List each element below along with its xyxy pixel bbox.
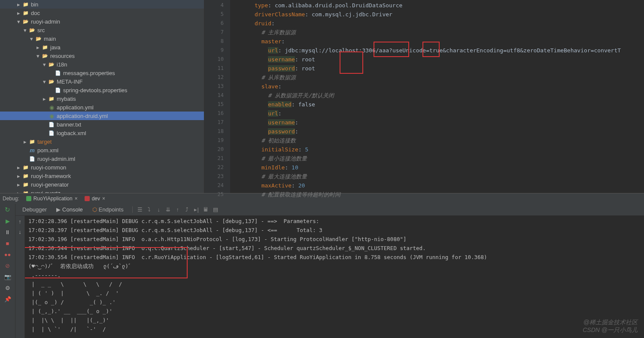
step-into-icon[interactable]: ↓ (155, 206, 163, 213)
code-line[interactable]: enabled: false (230, 100, 644, 109)
code-line[interactable]: # 从数据源开关/默认关闭 (230, 91, 644, 100)
tree-arrow-icon[interactable]: ▾ (36, 53, 42, 59)
tree-arrow-icon[interactable]: ▸ (43, 96, 48, 102)
code-line[interactable]: url: jdbc:mysql://localhost:3306/aaa?use… (230, 46, 644, 55)
editor-code-area[interactable]: type: com.alibaba.druid.pool.DruidDataSo… (230, 0, 644, 193)
tree-item-ruoyi-framework[interactable]: ▸ruoyi-framework (0, 172, 204, 180)
tree-arrow-icon[interactable]: ▾ (24, 27, 29, 33)
pin-icon[interactable]: 📌 (4, 296, 11, 302)
tree-item-i18n[interactable]: ▾i18n (0, 60, 204, 69)
tree-arrow-icon[interactable]: ▸ (17, 164, 22, 171)
drop-frame-icon[interactable]: ⤴ (183, 206, 191, 213)
tree-arrow-icon[interactable]: ▾ (17, 18, 22, 25)
code-line[interactable]: password: root (230, 64, 644, 73)
code-line[interactable]: # 最大连接池数量 (230, 172, 644, 181)
tree-item-application-druid-yml[interactable]: ◉application-druid.yml (0, 112, 204, 120)
code-editor[interactable]: 45678910111213141516171819202122232425 t… (204, 0, 644, 193)
view-breakpoints-icon[interactable]: ●● (4, 251, 11, 258)
tree-item-ruoyi-quartz[interactable]: ▸ruoyi-quartz (0, 189, 204, 193)
gutter-line[interactable]: 16 (204, 109, 224, 118)
tree-item-target[interactable]: ▸target (0, 137, 204, 146)
console-line[interactable]: | ( ' ) | \ _. / ' (28, 289, 641, 298)
step-over-icon[interactable]: ⤵ (146, 206, 153, 213)
code-line[interactable]: username: root (230, 55, 644, 64)
project-tree[interactable]: ▸bin▸doc▾ruoyi-admin▾src▾main▸java▾resou… (0, 0, 204, 193)
tree-item-src[interactable]: ▾src (0, 26, 204, 34)
tree-item-application-yml[interactable]: ◉application.yml (0, 103, 204, 112)
console-line[interactable]: 17:02:28.396 [restartedMain] DEBUG c.r.q… (28, 217, 641, 226)
code-line[interactable]: username: (230, 118, 644, 127)
tab-endpoints[interactable]: ⬡Endpoints (88, 204, 128, 216)
mute-breakpoints-icon[interactable]: ⊘ (4, 262, 11, 269)
camera-icon[interactable]: 📷 (4, 273, 11, 280)
tree-arrow-icon[interactable]: ▸ (36, 44, 42, 51)
code-line[interactable]: # 初始连接数 (230, 136, 644, 145)
tree-arrow-icon[interactable]: ▾ (43, 61, 48, 68)
gutter-line[interactable]: 9 (204, 46, 224, 55)
code-line[interactable]: slave: (230, 82, 644, 91)
tree-arrow-icon[interactable]: ▸ (17, 10, 22, 16)
console-line[interactable]: | |\ \ | || |(_,_)' (28, 316, 641, 325)
code-line[interactable]: type: com.alibaba.druid.pool.DruidDataSo… (230, 1, 644, 10)
run-to-cursor-icon[interactable]: ▸| (193, 206, 200, 213)
tree-item-main[interactable]: ▾main (0, 34, 204, 43)
gutter-line[interactable]: 11 (204, 64, 224, 73)
tree-item-spring-devtools-properties[interactable]: spring-devtools.properties (0, 86, 204, 94)
console-line[interactable]: 17:02:28.397 [restartedMain] DEBUG c.r.q… (28, 226, 641, 235)
trace-icon[interactable]: ▤ (212, 206, 219, 213)
tree-arrow-icon[interactable]: ▸ (17, 190, 22, 193)
gutter-line[interactable]: 12 (204, 73, 224, 82)
up-icon[interactable]: ↑ (17, 218, 24, 225)
evaluate-icon[interactable]: 🖩 (202, 206, 210, 213)
tab-debugger[interactable]: Debugger (18, 204, 51, 216)
gutter-line[interactable]: 8 (204, 37, 224, 46)
code-line[interactable]: # 从库数据源 (230, 73, 644, 82)
code-line[interactable]: master: (230, 37, 644, 46)
resume-icon[interactable]: ▶ (4, 217, 11, 224)
tree-arrow-icon[interactable]: ▸ (17, 173, 22, 179)
step-out-icon[interactable]: ↑ (174, 206, 182, 213)
code-line[interactable]: initialSize: 5 (230, 145, 644, 154)
gutter-line[interactable]: 10 (204, 55, 224, 64)
gutter-line[interactable]: 18 (204, 127, 224, 136)
console-line[interactable]: | (_,_).' __ ___(_ o _)' (28, 307, 641, 316)
gutter-line[interactable]: 25 (204, 190, 224, 199)
tree-item-ruoyi-admin-iml[interactable]: ruoyi-admin.iml (0, 154, 204, 163)
code-line[interactable]: password: (230, 127, 644, 136)
console-line[interactable]: |(_ o _) / _( )_ .' (28, 298, 641, 307)
gutter-line[interactable]: 21 (204, 154, 224, 163)
tree-item-ruoyi-generator[interactable]: ▸ruoyi-generator (0, 180, 204, 189)
force-step-icon[interactable]: ⇊ (164, 206, 172, 213)
code-line[interactable]: minIdle: 10 (230, 163, 644, 172)
close-icon[interactable]: × (102, 196, 105, 202)
tree-arrow-icon[interactable]: ▾ (43, 78, 48, 85)
tree-item-doc[interactable]: ▸doc (0, 9, 204, 17)
tree-item-bin[interactable]: ▸bin (0, 0, 204, 9)
tree-item-META-INF[interactable]: ▾META-INF (0, 77, 204, 86)
tree-arrow-icon[interactable]: ▸ (17, 1, 22, 8)
code-line[interactable]: # 主库数据源 (230, 28, 644, 37)
tree-item-ruoyi-common[interactable]: ▸ruoyi-common (0, 163, 204, 172)
down-icon[interactable]: ↓ (17, 228, 24, 235)
console-line[interactable]: 17:02:30.196 [restartedMain] INFO o.a.c.… (28, 235, 641, 244)
gutter-line[interactable]: 20 (204, 145, 224, 154)
gutter-line[interactable]: 5 (204, 10, 224, 19)
settings-icon[interactable]: ⚙ (4, 284, 11, 291)
tree-arrow-icon[interactable]: ▸ (24, 139, 29, 145)
gutter-line[interactable]: 19 (204, 136, 224, 145)
gutter-line[interactable]: 13 (204, 82, 224, 91)
tree-item-mybatis[interactable]: ▸mybatis (0, 94, 204, 103)
tab-console[interactable]: ▶Console (52, 204, 87, 216)
tree-item-java[interactable]: ▸java (0, 43, 204, 51)
tree-item-pom-xml[interactable]: mpom.xml (0, 146, 204, 154)
tree-item-resources[interactable]: ▾resources (0, 51, 204, 60)
gutter-line[interactable]: 4 (204, 1, 224, 10)
tree-arrow-icon[interactable]: ▸ (17, 181, 22, 188)
close-icon[interactable]: × (75, 196, 78, 202)
layout-icon[interactable]: ☰ (136, 206, 144, 213)
debug-tab-dev[interactable]: dev × (81, 193, 109, 204)
tree-item-ruoyi-admin[interactable]: ▾ruoyi-admin (0, 17, 204, 26)
gutter-line[interactable]: 6 (204, 19, 224, 28)
tree-item-banner-txt[interactable]: banner.txt (0, 120, 204, 129)
gutter-line[interactable]: 23 (204, 172, 224, 181)
